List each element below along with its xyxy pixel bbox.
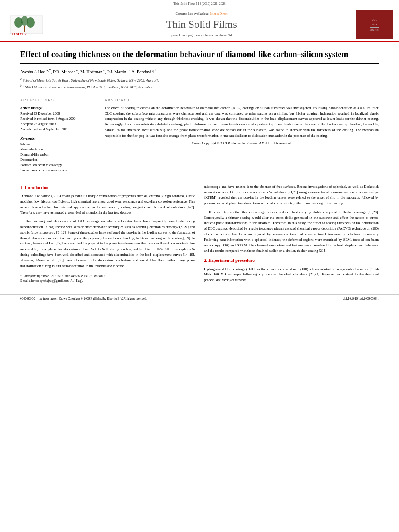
abstract-col: ABSTRACT The effect of coating thickness… [105, 95, 379, 173]
elsevier-logo-svg: ELSEVIER [8, 14, 45, 36]
keywords-label: Keywords: [20, 136, 97, 141]
history-item-3: Accepted 26 August 2009 [20, 122, 97, 127]
journal-title: Thin Solid Films [51, 17, 352, 32]
page-footer: 0040-6090/$ – see front matter. Crown Co… [0, 294, 399, 303]
sciencedirect-line: Contents lists available at ScienceDirec… [51, 12, 352, 16]
keyword-3: Diamond-like carbon [20, 152, 97, 157]
affiliation-b: b CSIRO Materials Science and Engineerin… [20, 84, 379, 90]
article-info-label: ARTICLE INFO [20, 98, 97, 103]
intro-para-2: The cracking and deformation of DLC coat… [20, 219, 195, 269]
article-info-col: ARTICLE INFO Article history: Received 1… [20, 95, 97, 173]
keyword-6: Transmission electron microscopy [20, 168, 97, 173]
history-label: Article history: [20, 105, 97, 111]
abstract-text: The effect of coating thickness on the d… [105, 105, 379, 139]
footnote-star: * Corresponding author. Tel.: +61 2 9385… [20, 274, 195, 279]
body-col-right: microscope and have related it to the ab… [204, 184, 379, 286]
info-abstract-row: ARTICLE INFO Article history: Received 1… [20, 95, 379, 173]
journal-header: ELSEVIER Contents lists available at Sci… [0, 8, 399, 42]
thin-films-logo-text: thin [370, 18, 379, 23]
keyword-1: Silicon [20, 142, 97, 147]
journal-homepage: journal homepage: www.elsevier.com/locat… [51, 33, 352, 37]
abstract-label: ABSTRACT [105, 98, 379, 103]
journal-id-line: Thin Solid Films 518 (2010) 2021–2028 [0, 0, 399, 8]
main-content: Effect of coating thickness on the defor… [0, 42, 399, 290]
exp-para: Hydrogenated DLC coatings (~600 nm thick… [204, 267, 379, 283]
elsevier-logo: ELSEVIER [6, 14, 47, 36]
thin-films-logo: thin films ELSEVIER [356, 10, 393, 39]
history-item-2: Received in revised form 6 August 2009 [20, 117, 97, 121]
history-item-4: Available online 4 September 2009 [20, 127, 97, 132]
affiliation-a: a School of Materials Sci. & Eng., Unive… [20, 77, 379, 83]
author-ayesha: Ayesha J. Haq [20, 69, 47, 74]
intro-right-para-1: microscope and have related it to the ab… [204, 184, 379, 206]
authors-line: Ayesha J. Haq a,*, P.R. Munroe a, M. Hof… [20, 68, 379, 75]
body-two-col: 1. Introduction Diamond-like carbon (DLC… [20, 184, 379, 286]
intro-para-1: Diamond-like carbon (DLC) coatings exhib… [20, 193, 195, 216]
footnote-divider [20, 272, 90, 272]
footnote-email: E-mail address: ayeshajhaq@gmail.com (A.… [20, 279, 195, 283]
body-col-left: 1. Introduction Diamond-like carbon (DLC… [20, 184, 195, 286]
history-item-1: Received 13 December 2008 [20, 111, 97, 116]
article-title: Effect of coating thickness on the defor… [20, 49, 379, 64]
body-divider [20, 179, 379, 179]
intro-heading: 1. Introduction [20, 184, 195, 191]
exp-heading: 2. Experimental procedure [204, 257, 379, 264]
keyword-5: Focused ion beam microscopy [20, 163, 97, 168]
affiliations: a School of Materials Sci. & Eng., Unive… [20, 77, 379, 90]
intro-right-para-2: It is well known that thinner coatings p… [204, 210, 379, 254]
svg-text:ELSEVIER: ELSEVIER [12, 33, 27, 35]
footer-issn: 0040-6090/$ – see front matter. Crown Co… [20, 297, 147, 301]
sciencedirect-link[interactable]: ScienceDirect [210, 12, 228, 16]
svg-point-3 [27, 17, 35, 28]
copyright-line: Crown Copyright © 2009 Published by Else… [105, 141, 379, 146]
journal-header-center: Contents lists available at ScienceDirec… [51, 12, 352, 37]
keyword-2: Nanoindentation [20, 147, 97, 152]
footer-doi: doi:10.1016/j.tsf.2009.08.041 [343, 297, 379, 301]
keyword-4: Deformation [20, 158, 97, 162]
